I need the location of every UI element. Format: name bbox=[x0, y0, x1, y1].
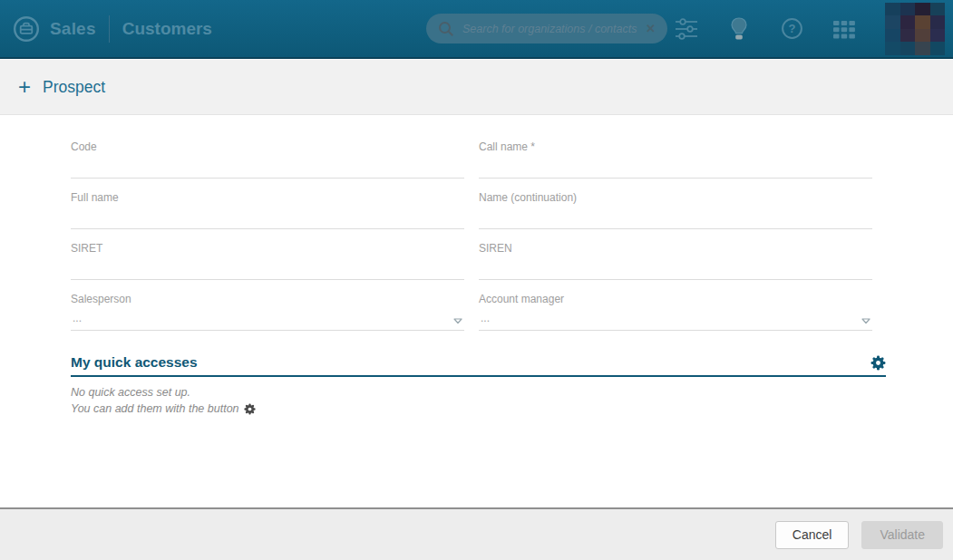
validate-button[interactable]: Validate bbox=[861, 521, 943, 549]
empty-hint-line2: You can add them with the button bbox=[71, 401, 239, 418]
empty-hint-line1: No quick access set up. bbox=[71, 385, 886, 401]
app-grid-icon[interactable] bbox=[832, 18, 856, 40]
topbar-icon-group: ? bbox=[675, 0, 953, 57]
select-value: ... bbox=[481, 312, 490, 324]
salesperson-select[interactable]: Salesperson ... bbox=[71, 291, 464, 331]
clear-icon[interactable]: ✕ bbox=[646, 23, 656, 34]
module-name[interactable]: Customers bbox=[122, 19, 212, 39]
search-input[interactable] bbox=[462, 23, 637, 35]
code-field: Code bbox=[71, 139, 464, 179]
sliders-icon[interactable] bbox=[675, 17, 698, 41]
name-continuation-input[interactable] bbox=[479, 212, 872, 226]
full-name-field: Full name bbox=[71, 189, 464, 229]
form-panel: Code Call name * Full name Name (continu… bbox=[0, 115, 953, 507]
field-label: SIRET bbox=[71, 240, 464, 255]
field-label: Salesperson bbox=[71, 291, 464, 305]
full-name-input[interactable] bbox=[71, 212, 464, 226]
svg-text:?: ? bbox=[788, 22, 795, 35]
call-name-input[interactable] bbox=[479, 161, 872, 175]
chevron-down-icon bbox=[861, 318, 870, 324]
search-icon bbox=[438, 21, 454, 37]
select-value: ... bbox=[73, 312, 82, 324]
cancel-button[interactable]: Cancel bbox=[775, 521, 850, 549]
field-label: SIREN bbox=[479, 240, 872, 255]
field-label: Account manager bbox=[479, 291, 872, 305]
quick-access-section: My quick accesses No quick access set up… bbox=[0, 342, 953, 417]
section-title: My quick accesses bbox=[71, 354, 198, 371]
page-title: Prospect bbox=[43, 78, 105, 97]
top-bar: Sales Customers ✕ bbox=[0, 0, 953, 59]
code-input[interactable] bbox=[71, 161, 464, 175]
avatar[interactable] bbox=[885, 3, 945, 55]
field-label: Full name bbox=[71, 189, 464, 204]
gear-icon[interactable] bbox=[870, 355, 886, 371]
account-manager-select[interactable]: Account manager ... bbox=[479, 291, 872, 331]
prospect-header: + Prospect bbox=[0, 59, 953, 115]
brand-divider bbox=[109, 15, 110, 43]
gear-icon bbox=[244, 403, 256, 415]
plus-icon: + bbox=[18, 76, 31, 98]
app-name[interactable]: Sales bbox=[50, 19, 96, 39]
global-search[interactable]: ✕ bbox=[426, 14, 667, 43]
lightbulb-icon[interactable] bbox=[727, 17, 751, 41]
name-continuation-field: Name (continuation) bbox=[479, 189, 872, 229]
siret-field: SIRET bbox=[71, 240, 464, 280]
siren-field: SIREN bbox=[479, 240, 872, 280]
siren-input[interactable] bbox=[479, 263, 872, 276]
briefcase-logo-icon[interactable] bbox=[13, 15, 40, 43]
field-label: Code bbox=[71, 139, 464, 153]
brand: Sales Customers bbox=[13, 0, 212, 57]
siret-input[interactable] bbox=[71, 263, 464, 276]
field-label: Name (continuation) bbox=[479, 189, 872, 204]
call-name-field: Call name * bbox=[479, 139, 872, 179]
help-icon[interactable]: ? bbox=[780, 17, 803, 40]
action-bar: Cancel Validate bbox=[0, 507, 953, 560]
chevron-down-icon bbox=[453, 318, 462, 324]
field-label: Call name * bbox=[479, 139, 872, 153]
